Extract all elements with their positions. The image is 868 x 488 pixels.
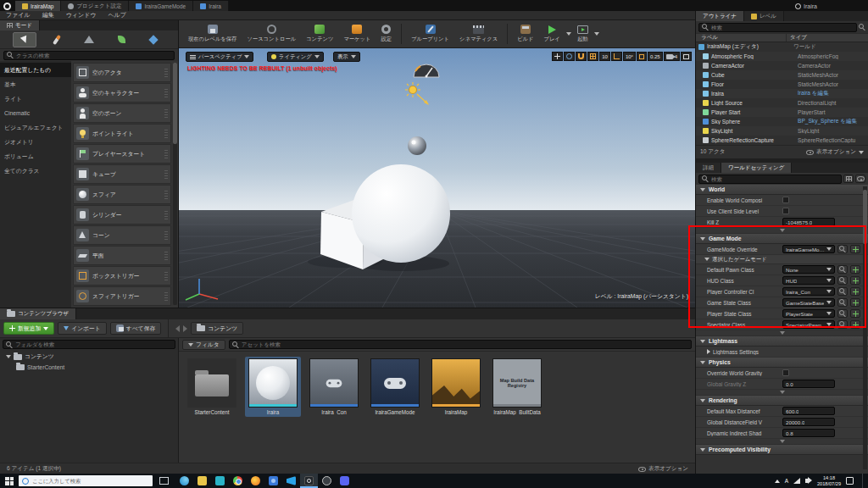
launch-options-dropdown[interactable] bbox=[594, 32, 599, 36]
place-item-empty-character[interactable]: 空のキャラクター bbox=[73, 83, 171, 103]
edit-blueprint-link[interactable]: BP_Sky_Sphere を編集 bbox=[794, 118, 868, 125]
app-edge[interactable] bbox=[175, 474, 193, 488]
drag-handle-icon[interactable] bbox=[164, 69, 168, 77]
back-button[interactable] bbox=[175, 325, 180, 332]
outliner-row-cube[interactable]: CubeStaticMeshActor bbox=[696, 70, 868, 80]
import-button[interactable]: インポート bbox=[58, 322, 107, 335]
browse-asset-button[interactable] bbox=[837, 265, 848, 274]
advanced-expander[interactable] bbox=[696, 390, 868, 396]
section-precomputed-visibility[interactable]: Precomputed Visibility bbox=[696, 445, 868, 455]
tab-content-browser[interactable]: コンテンツブラウザ bbox=[0, 308, 76, 319]
tab-levels[interactable]: レベル bbox=[744, 11, 784, 21]
default-pawn-class-dropdown[interactable]: None bbox=[782, 265, 835, 274]
add-new-button[interactable] bbox=[850, 320, 860, 329]
save-level-button[interactable]: 現在のレベルを保存 bbox=[184, 23, 241, 45]
paint-mode-button[interactable] bbox=[45, 32, 69, 47]
menu-item-window[interactable]: ウィンドウ bbox=[60, 11, 103, 19]
play-button[interactable]: プレイ bbox=[539, 24, 564, 45]
tree-item-startercontent[interactable]: StarterContent bbox=[3, 362, 175, 372]
breadcrumb[interactable]: コンテンツ bbox=[191, 322, 243, 335]
add-new-button[interactable]: 新規追加 bbox=[3, 322, 54, 335]
menu-item-file[interactable]: ファイル bbox=[0, 11, 36, 19]
section-world[interactable]: World bbox=[696, 185, 868, 195]
app-file-explorer[interactable] bbox=[193, 474, 211, 488]
ime-indicator[interactable]: A bbox=[785, 478, 788, 484]
tree-item-content[interactable]: コンテンツ bbox=[3, 352, 175, 362]
section-physics[interactable]: Physics bbox=[696, 358, 868, 368]
drag-handle-icon[interactable] bbox=[164, 170, 168, 179]
tab-world-settings[interactable]: ワールドセッティング bbox=[721, 163, 792, 173]
editor-tab-irairamap[interactable]: IrairaMap bbox=[15, 1, 61, 11]
place-item-point-light[interactable]: ポイントライト bbox=[73, 124, 171, 143]
taskbar-search[interactable] bbox=[19, 475, 153, 486]
kill-z-input[interactable]: -1048575.0 bbox=[782, 218, 835, 226]
asset-startercontent-folder[interactable]: StarterContent bbox=[184, 357, 240, 417]
outliner-column-header[interactable]: ラベルタイプ bbox=[696, 33, 868, 42]
play-options-dropdown[interactable] bbox=[566, 32, 571, 36]
modes-search-input[interactable] bbox=[16, 53, 171, 58]
view-mode-button[interactable]: ライティング bbox=[267, 52, 324, 62]
add-new-button[interactable] bbox=[850, 276, 860, 285]
rotation-snap-button[interactable] bbox=[611, 52, 622, 61]
outliner-search-input[interactable] bbox=[711, 25, 854, 30]
outliner-row-iraira[interactable]: IrairaIraira を編集 bbox=[696, 89, 868, 98]
drag-handle-icon[interactable] bbox=[164, 292, 168, 301]
build-button[interactable]: ビルド bbox=[513, 23, 537, 45]
property-matrix-button[interactable] bbox=[843, 175, 854, 183]
translate-tool-button[interactable] bbox=[552, 52, 563, 61]
place-item-empty-pawn[interactable]: 空のポーン bbox=[73, 103, 171, 123]
outliner-row-floor[interactable]: FloorStaticMeshActor bbox=[696, 80, 868, 89]
add-new-button[interactable] bbox=[850, 287, 860, 296]
scale-snap-value[interactable]: 0.25 bbox=[648, 52, 663, 61]
scale-snap-button[interactable] bbox=[637, 52, 647, 61]
outliner-row-sky-sphere[interactable]: Sky SphereBP_Sky_Sphere を編集 bbox=[696, 117, 868, 126]
asset-iraira-map-builtdata[interactable]: Map Build Data Registry IrairaMap_BuiltD… bbox=[489, 357, 545, 417]
outliner-view-options-button[interactable]: 表示オプション bbox=[806, 148, 864, 156]
drag-handle-icon[interactable] bbox=[164, 150, 168, 158]
category-recently-placed[interactable]: 最近配置したもの bbox=[0, 63, 71, 77]
world-local-toggle[interactable] bbox=[564, 52, 575, 61]
tab-modes[interactable]: モード bbox=[0, 20, 40, 30]
search-icon[interactable] bbox=[859, 24, 865, 30]
place-item-cone[interactable]: コーン bbox=[73, 225, 171, 245]
player-state-class-dropdown[interactable]: PlayerState bbox=[782, 309, 835, 318]
edit-blueprint-link[interactable]: Iraira を編集 bbox=[794, 90, 868, 97]
menu-item-help[interactable]: ヘルプ bbox=[102, 11, 132, 19]
place-item-sphere[interactable]: スフィア bbox=[73, 185, 171, 204]
place-item-cylinder[interactable]: シリンダー bbox=[73, 205, 171, 225]
indirect-shadow-input[interactable]: 0.8 bbox=[782, 429, 835, 437]
add-new-button[interactable] bbox=[850, 245, 860, 253]
drag-handle-icon[interactable] bbox=[164, 252, 168, 260]
outliner-row-camera-actor[interactable]: CameraActorCameraActor bbox=[696, 61, 868, 70]
taskbar-search-input[interactable] bbox=[32, 478, 149, 484]
source-control-button[interactable]: ソースコントロール bbox=[242, 23, 300, 45]
settings-search-input[interactable] bbox=[711, 176, 838, 182]
property-lightmass-settings[interactable]: Lightmass Settings bbox=[696, 347, 868, 358]
browse-asset-button[interactable] bbox=[837, 245, 848, 253]
viewport[interactable]: パースペクティブ ライティング 表示 LIGHTING NEEDS TO BE … bbox=[179, 48, 695, 308]
app-obs[interactable] bbox=[318, 474, 336, 488]
browse-asset-button[interactable] bbox=[837, 276, 848, 285]
place-item-cube[interactable]: キューブ bbox=[73, 164, 171, 184]
asset-iraira-con[interactable]: Iraira_Con bbox=[306, 357, 362, 417]
tab-details[interactable]: 詳細 bbox=[696, 163, 721, 173]
advanced-expander[interactable] bbox=[696, 330, 868, 336]
category-cinematic[interactable]: Cinematic bbox=[0, 106, 71, 120]
app-discord[interactable] bbox=[336, 474, 353, 488]
menu-item-edit[interactable]: 編集 bbox=[36, 11, 60, 19]
gamemode-override-dropdown[interactable]: IrairaGameMode bbox=[782, 245, 835, 253]
blueprints-button[interactable]: ブループリント bbox=[407, 23, 453, 45]
outliner-row-atmospheric-fog[interactable]: Atmospheric FogAtmosphericFog bbox=[696, 52, 868, 61]
viewport-options-button[interactable]: パースペクティブ bbox=[186, 52, 253, 62]
cb-view-options-button[interactable]: 表示オプション bbox=[638, 465, 688, 473]
editor-tab-iraira[interactable]: Iraira bbox=[193, 1, 229, 11]
drag-handle-icon[interactable] bbox=[164, 211, 168, 219]
checkbox[interactable] bbox=[782, 197, 789, 203]
gravity-z-input[interactable]: 0.0 bbox=[782, 380, 835, 388]
place-item-empty-actor[interactable]: 空のアクタ bbox=[73, 63, 171, 82]
section-game-mode[interactable]: Game Mode bbox=[696, 234, 868, 244]
app-photos[interactable] bbox=[264, 474, 282, 488]
show-desktop-button[interactable] bbox=[862, 474, 865, 488]
drag-handle-icon[interactable] bbox=[164, 272, 168, 280]
app-store[interactable] bbox=[211, 474, 229, 488]
